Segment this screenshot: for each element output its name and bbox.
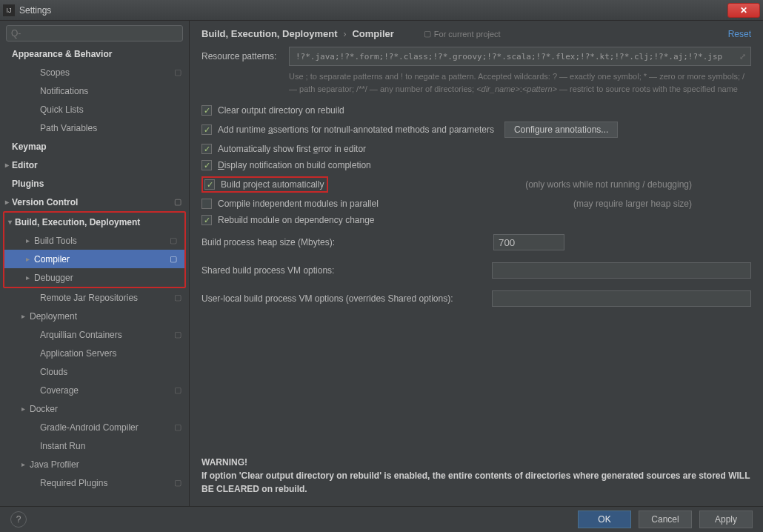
- checkbox-icon: [201, 124, 212, 135]
- window-title: Settings: [19, 5, 51, 16]
- settings-tree: Appearance & Behavior Scopes▢ Notificati…: [0, 44, 189, 506]
- user-vm-input[interactable]: [492, 290, 751, 307]
- search-input[interactable]: [6, 25, 183, 41]
- checkbox-icon: [201, 144, 212, 154]
- tree-debugger[interactable]: ▸Debugger: [4, 268, 184, 287]
- tree-pathvars[interactable]: Path Variables: [0, 119, 189, 137]
- crumb-compiler: Compiler: [352, 28, 393, 39]
- warning-block: WARNING! If option 'Clear output directo…: [201, 448, 751, 506]
- chk-build-automatically[interactable]: Build project automatically: [201, 176, 328, 193]
- project-icon: ▢: [174, 197, 181, 207]
- parallel-note: (may require larger heap size): [573, 199, 692, 209]
- tree-quicklists[interactable]: Quick Lists: [0, 100, 189, 119]
- chk-rebuild-dependency[interactable]: Rebuild module on dependency change: [201, 215, 751, 225]
- close-button[interactable]: ✕: [727, 3, 760, 18]
- tree-scopes[interactable]: Scopes▢: [0, 63, 189, 82]
- chk-compile-parallel[interactable]: Compile independent modules in parallel(…: [201, 199, 751, 209]
- tree-instantrun[interactable]: Instant Run: [0, 436, 189, 455]
- for-project-label: ▢For current project: [424, 29, 501, 39]
- checkbox-icon: [201, 160, 212, 170]
- apply-button[interactable]: Apply: [699, 511, 753, 528]
- tree-gradle-android[interactable]: Gradle-Android Compiler▢: [0, 418, 189, 436]
- tree-coverage[interactable]: Coverage▢: [0, 381, 189, 399]
- chevron-right-icon: ▸: [19, 460, 27, 468]
- chevron-right-icon: ▸: [3, 161, 10, 169]
- tree-arquillian[interactable]: Arquillian Containers▢: [0, 325, 189, 344]
- chk-display-notification[interactable]: Display notification on build completion: [201, 160, 751, 170]
- configure-annotations-button[interactable]: Configure annotations...: [504, 122, 618, 138]
- cancel-button[interactable]: Cancel: [639, 511, 692, 528]
- tree-editor[interactable]: ▸Editor: [0, 156, 189, 174]
- sidebar: Appearance & Behavior Scopes▢ Notificati…: [0, 21, 190, 506]
- auto-note: (only works while not running / debuggin…: [525, 179, 692, 190]
- project-icon: ▢: [170, 254, 177, 264]
- tree-javaprofiler[interactable]: ▸Java Profiler: [0, 455, 189, 473]
- resource-patterns-input[interactable]: !?*.java;!?*.form;!?*.class;!?*.groovy;!…: [289, 47, 751, 66]
- resource-patterns-label: Resource patterns:: [201, 51, 289, 61]
- chk-runtime-assertions[interactable]: Add runtime assertions for notnull-annot…: [201, 122, 751, 138]
- breadcrumb: Build, Execution, Deployment › Compiler …: [201, 28, 751, 39]
- footer: ? OK Cancel Apply: [0, 506, 763, 532]
- main-panel: Build, Execution, Deployment › Compiler …: [190, 21, 763, 506]
- tree-plugins[interactable]: Plugins: [0, 174, 189, 193]
- chk-clear-output[interactable]: Clear output directory on rebuild: [201, 105, 751, 116]
- chevron-right-icon: ▸: [24, 236, 31, 245]
- user-vm-label: User-local build process VM options (ove…: [201, 293, 453, 304]
- reset-link[interactable]: Reset: [728, 29, 751, 39]
- warning-body: If option 'Clear output directory on reb…: [201, 471, 750, 494]
- project-icon: ▢: [170, 236, 177, 245]
- chevron-right-icon: ▸: [19, 405, 27, 413]
- chevron-down-icon: ▾: [6, 218, 13, 226]
- help-button[interactable]: ?: [10, 511, 27, 528]
- chevron-right-icon: ▸: [24, 255, 31, 263]
- project-icon: ▢: [174, 67, 181, 77]
- expand-icon[interactable]: ⤢: [739, 52, 746, 61]
- heap-size-label: Build process heap size (Mbytes):: [201, 237, 335, 247]
- chk-show-first-error[interactable]: Automatically show first error in editor: [201, 144, 751, 154]
- chevron-right-icon: ▸: [3, 198, 10, 206]
- project-icon: ▢: [424, 29, 431, 39]
- tree-build[interactable]: ▾Build, Execution, Deployment: [4, 213, 184, 231]
- crumb-build[interactable]: Build, Execution, Deployment: [201, 28, 337, 39]
- shared-vm-label: Shared build process VM options:: [201, 265, 334, 276]
- titlebar: IJ Settings ✕: [0, 0, 763, 21]
- heap-size-input[interactable]: [493, 234, 564, 250]
- tree-appearance[interactable]: Appearance & Behavior: [0, 44, 189, 63]
- project-icon: ▢: [174, 478, 181, 488]
- checkbox-icon: [204, 179, 215, 190]
- chevron-right-icon: ▸: [24, 273, 31, 282]
- warning-title: WARNING!: [201, 457, 247, 468]
- app-icon: IJ: [3, 4, 15, 16]
- tree-vcs[interactable]: ▸Version Control▢: [0, 193, 189, 211]
- shared-vm-input[interactable]: [492, 262, 751, 279]
- tree-notifications[interactable]: Notifications: [0, 82, 189, 100]
- tree-clouds[interactable]: Clouds: [0, 362, 189, 381]
- checkbox-icon: [201, 105, 212, 116]
- chevron-right-icon: ›: [343, 29, 346, 39]
- checkbox-icon: [201, 215, 212, 225]
- tree-keymap[interactable]: Keymap: [0, 137, 189, 156]
- tree-docker[interactable]: ▸Docker: [0, 399, 189, 418]
- checkbox-icon: [201, 199, 212, 209]
- project-icon: ▢: [174, 330, 181, 339]
- project-icon: ▢: [174, 385, 181, 395]
- tree-compiler[interactable]: ▸Compiler▢: [4, 250, 184, 268]
- tree-deployment[interactable]: ▸Deployment: [0, 307, 189, 325]
- tree-buildtools[interactable]: ▸Build Tools▢: [4, 231, 184, 250]
- project-icon: ▢: [174, 422, 181, 432]
- resource-patterns-hint: Use ; to separate patterns and ! to nega…: [289, 70, 751, 95]
- tree-remotejar[interactable]: Remote Jar Repositories▢: [0, 288, 189, 307]
- project-icon: ▢: [174, 293, 181, 302]
- tree-appservers[interactable]: Application Servers: [0, 344, 189, 362]
- ok-button[interactable]: OK: [578, 511, 631, 528]
- chevron-right-icon: ▸: [19, 312, 27, 320]
- tree-reqplugins[interactable]: Required Plugins▢: [0, 473, 189, 492]
